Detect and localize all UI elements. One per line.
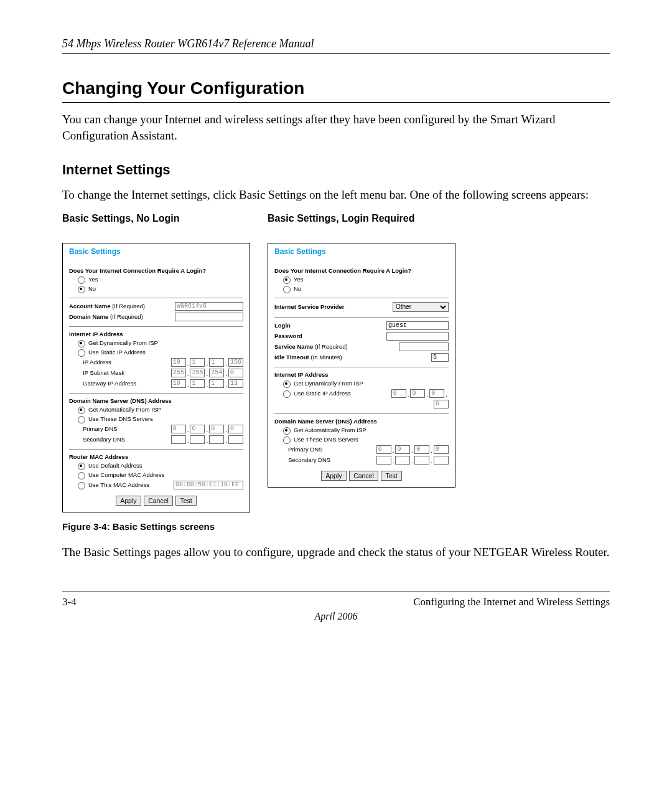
domain-name-input[interactable] — [175, 313, 243, 321]
footer-date: April 2006 — [62, 611, 610, 622]
radio-icon — [78, 340, 85, 347]
footer-rule — [62, 592, 610, 592]
right-col-title: Basic Settings, Login Required — [268, 213, 455, 224]
use-static-row[interactable]: Use Static IP Address — [69, 349, 243, 356]
mac-header: Router MAC Address — [69, 453, 243, 460]
basic-settings-panel-login: Basic Settings Does Your Internet Connec… — [268, 243, 455, 488]
header-rule — [62, 53, 610, 54]
radio-icon — [78, 472, 85, 479]
running-header: 54 Mbps Wireless Router WGR614v7 Referen… — [62, 37, 610, 50]
panel-title: Basic Settings — [274, 247, 449, 256]
password-label: Password — [274, 333, 386, 339]
login-label: Login — [274, 322, 386, 329]
right-column: Basic Settings, Login Required Basic Set… — [268, 213, 455, 512]
section-heading: Changing Your Configuration — [62, 78, 610, 98]
panel-title: Basic Settings — [69, 247, 243, 256]
ip-header: Internet IP Address — [69, 331, 243, 337]
use-this-mac-row[interactable]: Use This MAC Address — [69, 481, 243, 489]
login-question: Does Your Internet Connection Require A … — [274, 267, 449, 274]
login-no-row[interactable]: No — [69, 285, 243, 293]
pdns-label: Primary DNS — [288, 446, 376, 453]
login-input[interactable] — [386, 321, 449, 330]
idle-label: Idle Timeout (In Minutes) — [274, 354, 431, 361]
sdns-label: Secondary DNS — [83, 436, 171, 443]
test-button[interactable]: Test — [381, 471, 401, 481]
idle-input[interactable] — [431, 353, 449, 362]
get-dyn-row[interactable]: Get Dynamically From ISP — [274, 380, 449, 387]
test-button[interactable]: Test — [175, 496, 196, 506]
radio-icon — [78, 407, 85, 414]
closing-paragraph: The Basic Settings pages allow you to co… — [62, 544, 610, 560]
radio-icon — [78, 416, 85, 423]
pdns-input[interactable]: ... — [376, 445, 449, 454]
dns-header: Domain Name Server (DNS) Address — [274, 418, 449, 425]
no-label: No — [88, 285, 96, 292]
login-yes-row[interactable]: Yes — [69, 276, 243, 283]
radio-icon — [283, 380, 291, 388]
service-name-input[interactable] — [399, 342, 449, 351]
basic-settings-panel-no-login: Basic Settings Does Your Internet Connec… — [62, 243, 250, 512]
radio-icon — [78, 463, 85, 470]
login-yes-row[interactable]: Yes — [274, 276, 449, 283]
get-dyn-row[interactable]: Get Dynamically From ISP — [69, 339, 243, 347]
gateway-input[interactable]: ... — [171, 379, 243, 388]
radio-icon — [283, 427, 291, 435]
login-no-row[interactable]: No — [274, 285, 449, 293]
pdns-input[interactable]: ... — [171, 425, 243, 433]
ip-header: Internet IP Address — [274, 371, 449, 378]
static-ip-4th[interactable] — [434, 400, 449, 408]
use-default-mac[interactable]: Use Default Address — [69, 462, 243, 470]
chapter-title: Configuring the Internet and Wireless Se… — [413, 596, 610, 608]
apply-button[interactable]: Apply — [116, 496, 141, 506]
subnet-input[interactable]: ... — [171, 369, 243, 377]
apply-button[interactable]: Apply — [321, 471, 346, 481]
use-comp-mac[interactable]: Use Computer MAC Address — [69, 471, 243, 479]
radio-icon — [78, 276, 85, 284]
screenshot-columns: Basic Settings, No Login Basic Settings … — [62, 213, 610, 512]
cancel-button[interactable]: Cancel — [144, 496, 173, 506]
use-dns-row[interactable]: Use These DNS Servers — [274, 436, 449, 443]
figure-caption: Figure 3-4: Basic Settings screens — [62, 521, 610, 532]
ip-addr-label: IP Address — [83, 359, 171, 366]
sdns-input[interactable]: ... — [171, 435, 243, 444]
account-name-label: Account Name (If Required) — [69, 303, 175, 309]
password-input[interactable] — [386, 332, 449, 341]
page-footer: 3-4 Configuring the Internet and Wireles… — [62, 592, 610, 622]
get-auto-row[interactable]: Get Automatically From ISP — [274, 427, 449, 434]
radio-icon — [283, 437, 291, 444]
subsection-heading: Internet Settings — [62, 162, 610, 178]
radio-icon — [283, 390, 291, 398]
page-number: 3-4 — [62, 596, 77, 608]
isp-label: Internet Service Provider — [274, 303, 393, 310]
intro-paragraph: You can change your Internet and wireles… — [62, 111, 610, 143]
radio-icon — [78, 482, 85, 489]
gateway-label: Gateway IP Address — [83, 380, 171, 387]
dns-header: Domain Name Server (DNS) Address — [69, 397, 243, 404]
static-ip-input[interactable]: ... — [391, 389, 449, 398]
cancel-button[interactable]: Cancel — [349, 471, 378, 481]
pdns-label: Primary DNS — [83, 425, 171, 432]
domain-name-label: Domain Name (If Required) — [69, 313, 175, 320]
radio-icon — [283, 286, 291, 293]
radio-icon — [78, 349, 85, 357]
radio-icon — [78, 286, 85, 293]
left-column: Basic Settings, No Login Basic Settings … — [62, 213, 250, 512]
radio-icon — [283, 276, 291, 284]
ip-address-input[interactable]: ... — [171, 358, 243, 367]
sdns-label: Secondary DNS — [288, 456, 376, 463]
login-question: Does Your Internet Connection Require A … — [69, 267, 243, 274]
section-rule — [62, 102, 610, 103]
subsection-paragraph: To change the Internet settings, click B… — [62, 187, 610, 203]
sdns-input[interactable]: ... — [376, 456, 449, 465]
service-name-label: Service Name (If Required) — [274, 343, 399, 350]
mac-input[interactable] — [174, 481, 243, 489]
use-dns-row[interactable]: Use These DNS Servers — [69, 415, 243, 423]
yes-label: Yes — [88, 276, 98, 283]
left-col-title: Basic Settings, No Login — [62, 213, 250, 224]
subnet-label: IP Subnet Mask — [83, 369, 171, 376]
use-static-row[interactable]: Use Static IP Address ... — [274, 389, 449, 398]
get-auto-row[interactable]: Get Automatically From ISP — [69, 406, 243, 413]
account-name-input[interactable] — [175, 302, 243, 311]
isp-select[interactable]: Other — [393, 302, 449, 312]
